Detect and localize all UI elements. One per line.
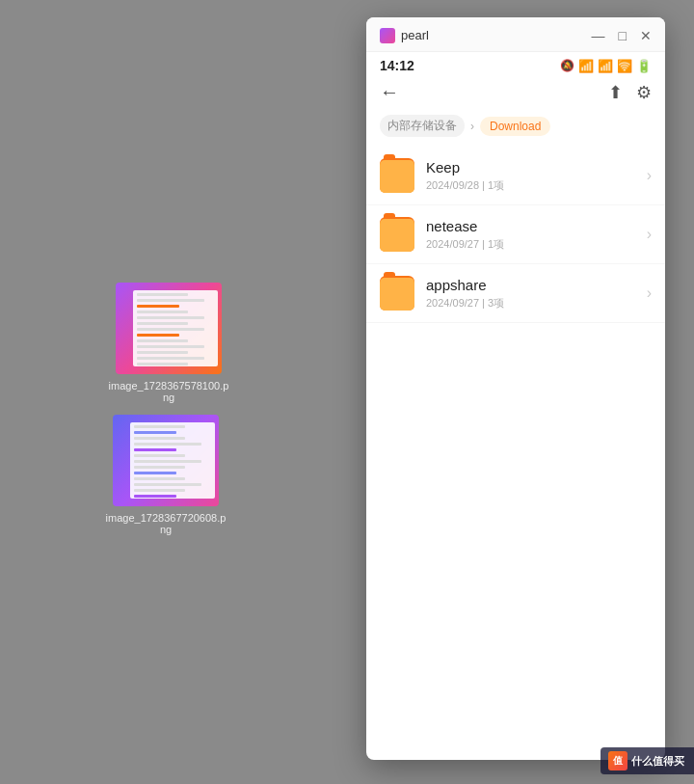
thumbnail-label-1: image_1728367578100.png (106, 380, 231, 403)
status-bar: 14:12 🔕 📶 📶 🛜 🔋 (366, 52, 665, 77)
close-button[interactable]: ✕ (640, 29, 652, 42)
watermark-logo: 值 (608, 751, 627, 770)
folder-meta-netease: 2024/09/27 | 1项 (426, 237, 647, 252)
folder-meta-keep: 2024/09/28 | 1项 (426, 178, 647, 193)
toolbar-right: ⬆ ⚙ (608, 82, 652, 103)
folder-icon-appshare (380, 276, 414, 311)
folder-chevron-keep: › (647, 167, 652, 184)
folder-meta-appshare: 2024/09/27 | 3项 (426, 296, 647, 311)
maximize-button[interactable]: □ (619, 29, 627, 42)
folder-name-netease: netease (426, 218, 647, 234)
thumbnail-label-2: image_1728367720608.png (103, 512, 228, 535)
status-icons: 🔕 📶 📶 🛜 🔋 (560, 59, 652, 73)
folder-info-keep: Keep 2024/09/28 | 1项 (426, 159, 647, 193)
folder-item-netease[interactable]: netease 2024/09/27 | 1项 › (366, 205, 665, 264)
watermark-text: 什么值得买 (631, 754, 684, 769)
thumbnail-image-2[interactable] (113, 415, 219, 506)
folder-item-appshare[interactable]: appshare 2024/09/27 | 3项 › (366, 264, 665, 323)
folder-item-keep[interactable]: Keep 2024/09/28 | 1项 › (366, 147, 665, 205)
wifi-icon: 🛜 (617, 59, 632, 73)
window-title: pearl (401, 28, 429, 42)
thumbnail-image-1[interactable] (116, 283, 222, 374)
folder-icon-netease (380, 217, 414, 252)
breadcrumb: 内部存储设备 › Download (366, 111, 665, 147)
folder-icon-keep (380, 158, 414, 193)
desktop-thumbnail-1: image_1728367578100.png (106, 283, 231, 403)
folder-chevron-netease: › (647, 226, 652, 243)
watermark: 值 什么值得买 (601, 747, 694, 774)
upload-button[interactable]: ⬆ (608, 82, 623, 103)
battery-icon: 🔋 (636, 59, 652, 73)
breadcrumb-current: Download (480, 117, 550, 136)
back-button[interactable]: ← (380, 81, 399, 103)
status-time: 14:12 (380, 58, 414, 73)
title-bar-controls: — □ ✕ (592, 29, 652, 42)
breadcrumb-parent[interactable]: 内部存储设备 (380, 115, 465, 137)
minimize-button[interactable]: — (592, 29, 605, 42)
breadcrumb-separator: › (470, 120, 474, 133)
folder-info-netease: netease 2024/09/27 | 1项 (426, 218, 647, 252)
title-bar-left: pearl (380, 28, 429, 43)
folder-name-appshare: appshare (426, 277, 647, 293)
window-app-icon (380, 28, 395, 43)
folder-info-appshare: appshare 2024/09/27 | 3项 (426, 277, 647, 311)
toolbar: ← ⬆ ⚙ (366, 77, 665, 111)
title-bar: pearl — □ ✕ (366, 17, 665, 52)
folder-list: Keep 2024/09/28 | 1项 › netease 2024/09/2… (366, 147, 665, 760)
folder-chevron-appshare: › (647, 284, 652, 302)
folder-name-keep: Keep (426, 159, 647, 176)
filter-button[interactable]: ⚙ (636, 82, 652, 103)
desktop-thumbnail-2: image_1728367720608.png (103, 415, 228, 535)
signal2-icon: 📶 (598, 59, 613, 73)
signal-icon: 📶 (578, 59, 594, 73)
file-manager-window: pearl — □ ✕ 14:12 🔕 📶 📶 🛜 🔋 ← ⬆ ⚙ 内部存储设备… (366, 17, 665, 760)
silent-icon: 🔕 (560, 59, 574, 72)
